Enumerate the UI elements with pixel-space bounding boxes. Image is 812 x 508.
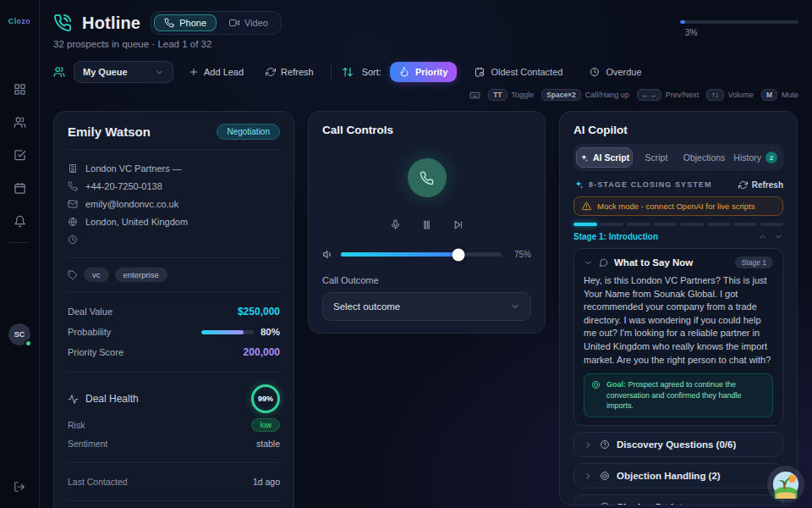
shield-icon	[600, 502, 610, 505]
globe-icon	[68, 217, 78, 227]
keyboard-shortcuts-bar: TTToggle Space×2Call/Hang up ←→Prev/Next…	[53, 89, 798, 101]
priority-score: 200,000	[244, 346, 280, 358]
tab-ai-script[interactable]: AI Script	[576, 147, 633, 168]
call-button[interactable]	[408, 158, 447, 197]
tab-video[interactable]: Video	[219, 14, 278, 31]
lead-company: London VC Partners —	[85, 163, 182, 174]
mic-icon[interactable]	[390, 219, 401, 230]
phone-icon	[420, 171, 434, 185]
activity-icon	[68, 394, 79, 405]
target-icon	[600, 471, 610, 481]
refresh-icon	[738, 180, 748, 190]
stage-label: Stage 1: Introduction	[573, 232, 658, 241]
volume-knob[interactable]	[452, 248, 464, 261]
island-fab-button[interactable]	[767, 466, 804, 503]
skip-forward-icon[interactable]	[453, 219, 464, 230]
queue-progress-track	[680, 20, 798, 24]
accordion-objection-handling[interactable]: Objection Handling (2)	[573, 463, 783, 489]
queue-progress-fill	[680, 20, 685, 24]
stage-segment	[733, 223, 757, 226]
priority-score-label: Priority Score	[68, 347, 123, 357]
tab-phone[interactable]: Phone	[154, 14, 217, 31]
deal-health-ring: 99%	[251, 384, 280, 413]
clock-icon	[68, 235, 78, 245]
sidebar-item-tasks[interactable]	[8, 144, 30, 166]
keyboard-icon	[469, 90, 480, 101]
phone-icon	[68, 181, 78, 191]
lead-email-row[interactable]: emily@londonvc.co.uk	[68, 195, 280, 213]
probability-bar-fill	[201, 330, 244, 334]
lead-location: London, United Kingdom	[85, 217, 188, 227]
lead-card: Emily Watson Negotiation London VC Partn…	[53, 111, 294, 508]
call-controls-card: Call Controls 75% Call Outcome Select ou…	[308, 111, 546, 334]
accordion-closing-script[interactable]: Closing Script	[573, 494, 783, 505]
kbd-toggle-label: Toggle	[512, 91, 535, 99]
refresh-icon	[266, 67, 276, 77]
accordion-discovery-questions[interactable]: Discovery Questions (0/6)	[573, 432, 783, 457]
history-count-badge: 2	[765, 152, 777, 163]
tab-history-label: History	[733, 152, 761, 163]
probability-row: Probability 80%	[68, 322, 280, 342]
ai-copilot-card: AI Copilot AI Script Script Objections H…	[559, 111, 798, 505]
sidebar-item-notifications[interactable]	[8, 210, 30, 232]
sidebar-item-contacts[interactable]	[8, 111, 30, 133]
tag-pill[interactable]: vc	[84, 268, 109, 282]
chevron-down-icon[interactable]	[584, 258, 593, 268]
sidebar-item-dashboard[interactable]	[8, 78, 30, 100]
pause-icon[interactable]	[421, 219, 432, 230]
volume-slider[interactable]	[341, 252, 502, 257]
stage-segment	[707, 223, 731, 226]
deal-value: $250,000	[238, 306, 280, 318]
tab-objections-label: Objections	[683, 152, 726, 163]
tab-script-label: Script	[645, 152, 668, 163]
tag-icon	[68, 270, 78, 280]
sort-priority-button[interactable]: Priority	[390, 62, 458, 82]
sparkles-icon	[573, 179, 584, 190]
lead-email: emily@londonvc.co.uk	[85, 199, 178, 209]
user-avatar[interactable]: SC	[8, 323, 30, 345]
probability-bar	[201, 330, 254, 334]
tab-phone-label: Phone	[179, 18, 206, 28]
copilot-refresh-button[interactable]: Refresh	[738, 180, 783, 190]
warning-icon	[582, 202, 591, 211]
tab-script[interactable]: Script	[634, 147, 678, 168]
call-outcome-label: Call Outcome	[322, 275, 531, 285]
tag-pill[interactable]: enterprise	[115, 268, 167, 282]
hotline-phone-icon	[53, 14, 72, 32]
video-icon	[229, 18, 239, 28]
lead-phone-row[interactable]: +44-20-7250-0138	[68, 177, 280, 195]
call-controls-title: Call Controls	[322, 124, 531, 136]
chevron-right-icon	[584, 503, 593, 505]
speaker-icon	[322, 249, 333, 260]
chevron-up-icon[interactable]	[758, 232, 767, 241]
kbd-volume: ↑↓	[706, 89, 724, 101]
closing-system-label: 8-STAGE CLOSING SYSTEM	[589, 180, 712, 189]
goal-callout: Goal: Prospect agreed to continue the co…	[584, 373, 773, 417]
tab-objections[interactable]: Objections	[680, 147, 729, 168]
add-lead-button[interactable]: Add Lead	[182, 62, 250, 82]
risk-label: Risk	[68, 420, 85, 430]
chevron-down-icon[interactable]	[774, 232, 783, 241]
sort-overdue-label: Overdue	[606, 67, 641, 77]
refresh-button[interactable]: Refresh	[259, 62, 321, 82]
script-body: Hey, is this London VC Partners? This is…	[584, 274, 773, 367]
tab-history[interactable]: History 2	[730, 146, 781, 168]
call-outcome-select[interactable]: Select outcome	[322, 292, 531, 321]
help-circle-icon	[600, 439, 610, 450]
logout-button[interactable]	[14, 481, 25, 496]
queue-subtitle: 32 prospects in queue · Lead 1 of 32	[53, 39, 798, 49]
stage-progress	[573, 223, 783, 226]
building-icon	[68, 163, 78, 174]
sort-oldest-contacted-button[interactable]: Oldest Contacted	[465, 62, 572, 82]
sort-overdue-button[interactable]: Overdue	[580, 62, 650, 82]
stage-segment	[627, 223, 650, 226]
mail-icon	[68, 199, 78, 209]
volume-percent: 75%	[509, 250, 531, 259]
sort-label: Sort:	[362, 67, 381, 77]
probability-label: Probability	[68, 327, 111, 337]
queue-select[interactable]: My Queue	[74, 61, 173, 83]
script-card: What to Say Now Stage 1 Hey, is this Lon…	[573, 248, 783, 426]
tropical-island-icon	[771, 470, 800, 499]
kbd-call-label: Call/Hang up	[585, 91, 629, 99]
sidebar-item-calendar[interactable]	[8, 177, 30, 199]
